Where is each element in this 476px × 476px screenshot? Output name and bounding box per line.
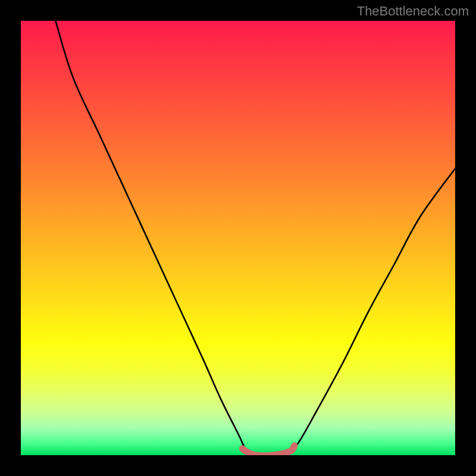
watermark-text: TheBottleneck.com [357,4,469,19]
plot-area [21,21,455,455]
optimal-zone-highlight [242,446,295,455]
bottleneck-curve [55,21,455,455]
chart-frame: TheBottleneck.com [0,0,476,476]
curve-svg [21,21,455,455]
